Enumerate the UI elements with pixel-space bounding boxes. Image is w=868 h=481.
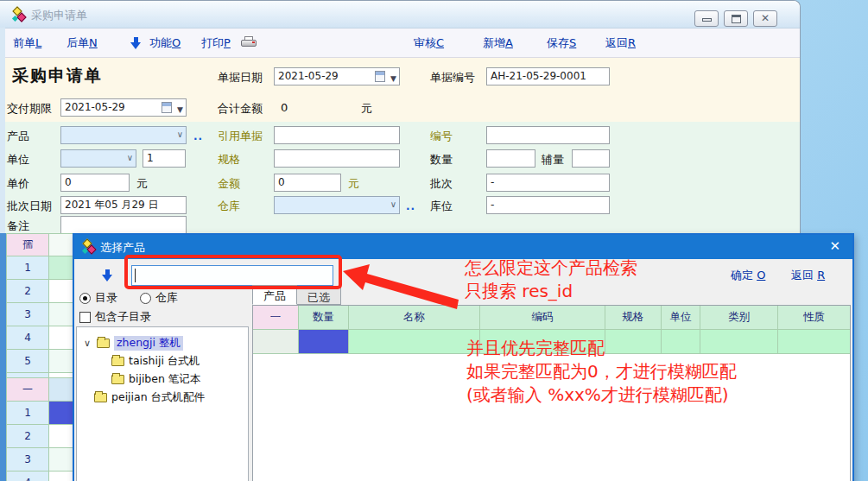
grid-row[interactable]: 4: [6, 326, 73, 350]
product-combobox[interactable]: ∨: [60, 126, 187, 144]
grid-row[interactable]: 1: [6, 402, 73, 425]
grid-row[interactable]: 2: [6, 425, 73, 448]
unit-factor-field[interactable]: 1: [143, 149, 186, 168]
prev-doc-button[interactable]: 前单L: [13, 35, 41, 51]
save-button[interactable]: 保存S: [547, 35, 576, 51]
note-field[interactable]: [60, 216, 187, 234]
qty-field[interactable]: [486, 149, 535, 168]
batch-date-field[interactable]: 2021 年05 月29 日: [60, 196, 187, 214]
print-button[interactable]: 打印P: [201, 35, 231, 51]
calendar-icon: [375, 71, 385, 82]
maximize-button[interactable]: [724, 10, 748, 27]
annotation-line-1: 怎么限定这个产品检索: [465, 256, 637, 280]
price-label: 单价: [7, 176, 29, 192]
batch-date-label: 批次日期: [7, 199, 52, 214]
annotation-line-3: 并且优先完整匹配: [466, 337, 605, 360]
printer-icon[interactable]: [241, 36, 257, 48]
window-left-edge: [0, 28, 5, 233]
annotation-line-5: (或者输入 %xx%才进行模糊匹配): [466, 383, 729, 407]
chevron-down-icon[interactable]: ▼: [177, 104, 183, 117]
chevron-down-icon: ∨: [177, 130, 183, 139]
warehouse-label: 仓库: [218, 199, 240, 214]
total-amount-value: 0: [281, 101, 288, 114]
dialog-ok-button[interactable]: 确定 O: [731, 268, 765, 283]
minimize-button[interactable]: [694, 10, 719, 27]
amount-field[interactable]: 0: [274, 174, 341, 192]
radio-warehouse[interactable]: 仓库: [140, 290, 178, 306]
radio-selected-icon: [79, 293, 91, 304]
grid-row[interactable]: 2: [6, 280, 73, 303]
grid-row[interactable]: 4: [6, 472, 73, 481]
unit-combobox[interactable]: ∨: [60, 149, 136, 168]
tree-item-peijian[interactable]: peijian 台式机配件: [77, 389, 248, 407]
chevron-expanded-icon[interactable]: ∨: [82, 338, 92, 349]
batch-field[interactable]: -: [486, 174, 610, 192]
include-subdir-checkbox[interactable]: 包含子目录: [79, 309, 151, 325]
category-tree: ∨ zhengji 整机 taishiji 台式机 bijiben 笔记本 pe…: [76, 326, 249, 481]
folder-icon: [94, 393, 107, 402]
grid-header-row: 孺: [6, 233, 73, 256]
warehouse-combobox[interactable]: ∨: [274, 196, 400, 214]
return-button[interactable]: 返回R: [605, 35, 636, 51]
close-button[interactable]: ✕: [753, 10, 777, 27]
tree-item-zhengji[interactable]: ∨ zhengji 整机: [77, 334, 248, 352]
add-button[interactable]: 新增A: [483, 35, 513, 51]
folder-icon: [111, 375, 124, 384]
location-field[interactable]: -: [486, 196, 610, 214]
dialog-titlebar[interactable]: 选择产品 ✕: [74, 235, 852, 259]
dialog-return-button[interactable]: 返回 R: [791, 268, 825, 283]
next-doc-button[interactable]: 后单N: [67, 35, 98, 51]
checkbox-icon: [79, 312, 91, 323]
search-down-arrow-icon[interactable]: [102, 269, 113, 282]
desktop: 采购申请单 ✕ 前单L 后单N 功能O 打印P 审核C 新增A 保存S 返回R …: [0, 0, 868, 481]
product-search-input[interactable]: [131, 265, 333, 286]
product-more-link[interactable]: ..: [193, 130, 203, 142]
function-down-arrow-icon: [130, 37, 142, 49]
doc-no-field[interactable]: AH-21-05-29-0001: [486, 67, 610, 85]
app-icon: [12, 7, 28, 22]
tab-product[interactable]: 产品: [252, 285, 297, 305]
folder-icon: [111, 357, 124, 366]
dialog-title: 选择产品: [100, 240, 145, 256]
deliver-date-field[interactable]: 2021-05-29 ▼: [60, 98, 187, 117]
warehouse-more-link[interactable]: ..: [406, 200, 415, 212]
annotation-line-2: 只搜索 res_id: [465, 280, 573, 303]
chevron-down-icon: ∨: [127, 153, 133, 162]
calendar-icon: [162, 102, 172, 113]
doc-no-label: 单据编号: [430, 70, 475, 85]
toolbar: 前单L 后单N 功能O 打印P 审核C 新增A 保存S 返回R: [1, 28, 800, 58]
grid-row[interactable]: 3: [6, 303, 73, 326]
amount-unit: 元: [348, 176, 359, 192]
window-titlebar[interactable]: 采购申请单 ✕: [0, 1, 800, 28]
open-folder-icon: [97, 339, 110, 348]
selected-cell: [49, 402, 73, 425]
code-label: 编号: [430, 129, 453, 144]
audit-button[interactable]: 审核C: [414, 35, 444, 51]
product-label: 产品: [7, 129, 29, 144]
select-product-dialog: 选择产品 ✕ 确定 O 返回 R 目录 仓库 包含子目录 ∨ zhengji 整…: [73, 233, 854, 481]
chevron-down-icon[interactable]: ▼: [390, 73, 396, 85]
text-caret: [135, 269, 136, 282]
code-field[interactable]: [486, 126, 610, 144]
amount-label: 金额: [218, 176, 240, 192]
aux-qty-field[interactable]: [572, 149, 610, 168]
price-field[interactable]: 0: [60, 174, 130, 192]
tree-item-bijiben[interactable]: bijiben 笔记本: [77, 370, 248, 389]
detail-grid-strip: 孺 1 2 3 4 5 一 1 2 3 4: [6, 233, 73, 481]
ref-doc-field[interactable]: [274, 126, 400, 144]
grid-row[interactable]: 3: [6, 448, 73, 472]
radio-unselected-icon: [140, 293, 151, 304]
function-button[interactable]: 功能O: [149, 35, 181, 51]
radio-catalog[interactable]: 目录: [79, 290, 117, 306]
tree-item-taishiji[interactable]: taishiji 台式机: [77, 352, 248, 370]
grid-row[interactable]: 1: [6, 256, 73, 280]
unit-label: 单位: [7, 152, 29, 168]
tab-selected[interactable]: 已选: [297, 287, 341, 305]
grid-row[interactable]: 5: [6, 350, 73, 373]
grid-corner-header-2: 一: [6, 378, 49, 402]
dialog-close-icon[interactable]: ✕: [829, 238, 840, 254]
spec-field[interactable]: [274, 149, 400, 168]
annotation-line-4: 如果完整匹配为0，才进行模糊匹配: [466, 360, 737, 383]
location-label: 库位: [430, 199, 453, 214]
doc-date-field[interactable]: 2021-05-29 ▼: [274, 67, 400, 85]
